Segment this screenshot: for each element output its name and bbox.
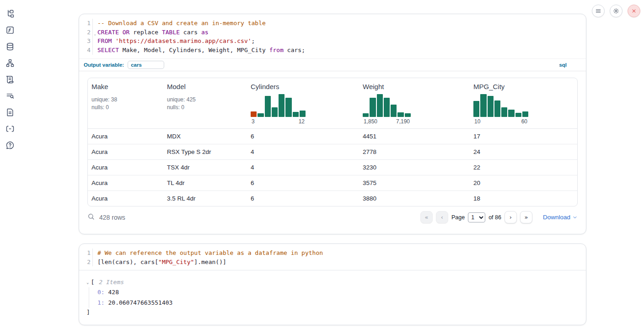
last-page-button[interactable]: » <box>520 211 532 223</box>
documentation-icon[interactable] <box>5 108 15 117</box>
table-row[interactable]: AcuraRSX Type S 2dr4277824 <box>88 144 577 159</box>
histogram-axis: 312 <box>251 118 306 125</box>
histogram-bar[interactable] <box>473 101 479 117</box>
histogram-bar[interactable] <box>279 94 284 117</box>
histogram-bar[interactable] <box>522 111 528 117</box>
histogram-bar[interactable] <box>494 100 500 117</box>
histogram-bar[interactable] <box>488 96 494 117</box>
file-explorer-icon[interactable] <box>5 9 15 18</box>
fold-chevron-icon[interactable]: ⌄ <box>94 30 96 39</box>
table-cell: 4 <box>247 144 359 159</box>
histogram-bar[interactable] <box>501 107 507 117</box>
histogram-bar[interactable] <box>397 112 403 117</box>
shutdown-close-button[interactable] <box>628 5 640 17</box>
histogram-bar[interactable] <box>285 98 291 117</box>
table-row[interactable]: AcuraTSX 4dr4323022 <box>88 159 577 175</box>
line-number: 4 <box>79 46 93 55</box>
column-header[interactable]: Makeunique: 38nulls: 0 <box>88 78 163 128</box>
page-total-label: of 86 <box>488 214 501 221</box>
table-cell: 6 <box>247 175 359 190</box>
pagination: « ‹ Page 1 of 86 › » Download <box>420 211 578 223</box>
table-cell: 3880 <box>359 191 470 206</box>
column-name: Model <box>167 83 243 90</box>
histogram-bar[interactable] <box>480 94 486 117</box>
column-header[interactable]: MPG_City1060 <box>470 78 577 128</box>
column-header[interactable]: Modelunique: 425nulls: 0 <box>163 78 247 128</box>
scratchpad-search-icon[interactable] <box>5 91 15 100</box>
collapse-arrow-icon[interactable]: ⌄ <box>86 280 89 285</box>
table-row[interactable]: Acura3.5 RL 4dr6388018 <box>88 190 577 206</box>
histogram-bar[interactable] <box>251 111 257 117</box>
histogram-bar[interactable] <box>515 113 521 117</box>
histogram-bar[interactable] <box>265 96 271 117</box>
histogram-bar[interactable] <box>363 113 369 117</box>
histogram-bar[interactable] <box>405 113 411 117</box>
output-variable-input[interactable] <box>128 61 164 69</box>
menu-button[interactable] <box>592 5 605 17</box>
table-cell: 24 <box>470 144 577 159</box>
help-icon[interactable] <box>5 141 15 150</box>
line-number: 3 <box>79 37 93 46</box>
table-row[interactable]: AcuraMDX6445117 <box>88 129 577 144</box>
first-page-button[interactable]: « <box>420 211 433 223</box>
output-variable-label: Output variable: <box>84 62 124 68</box>
snippets-icon[interactable] <box>5 124 15 133</box>
column-header[interactable]: Cylinders312 <box>247 78 359 128</box>
code-text: -- Download a CSV and create an in-memor… <box>93 19 266 28</box>
column-stats: unique: 38nulls: 0 <box>91 96 160 111</box>
page-label: Page <box>451 214 465 221</box>
code-text: [len(cars), cars["MPG_City"].mean()] <box>93 258 226 267</box>
histogram-bar[interactable] <box>384 98 390 117</box>
histogram-bar[interactable] <box>508 110 514 117</box>
code-line[interactable]: 2⌄CREATE OR replace TABLE cars as <box>79 28 586 37</box>
code-line[interactable]: 1-- Download a CSV and create an in-memo… <box>79 19 586 28</box>
column-stats: unique: 425nulls: 0 <box>167 96 243 111</box>
table-cell: 20 <box>470 175 577 190</box>
dependency-graph-icon[interactable] <box>5 58 15 68</box>
page-select[interactable]: 1 <box>468 212 485 222</box>
column-header[interactable]: Weight1,8507,190 <box>359 78 470 128</box>
column-name: Cylinders <box>251 83 355 90</box>
table-cell: 18 <box>470 191 577 206</box>
table-cell: 3230 <box>359 160 470 175</box>
histogram-bar[interactable] <box>370 98 376 117</box>
logs-icon[interactable] <box>5 75 15 84</box>
sql-cell: 1-- Download a CSV and create an in-memo… <box>79 14 586 234</box>
variables-icon[interactable] <box>5 26 15 35</box>
close-bracket: ] <box>86 309 577 316</box>
left-sidebar <box>0 0 20 333</box>
code-text: SELECT Make, Model, Cylinders, Weight, M… <box>93 46 305 55</box>
code-line[interactable]: 2[len(cars), cars["MPG_City"].mean()] <box>79 258 586 267</box>
datasources-icon[interactable] <box>5 42 15 51</box>
sql-code-editor[interactable]: 1-- Download a CSV and create an in-memo… <box>79 14 586 58</box>
table-row[interactable]: AcuraTL 4dr6357520 <box>88 175 577 190</box>
histogram-bar[interactable] <box>391 105 397 117</box>
table-footer: 428 rows « ‹ Page 1 of 86 › » Download <box>79 207 586 228</box>
line-number: 2 <box>79 258 93 267</box>
download-button[interactable]: Download <box>543 214 578 221</box>
search-icon[interactable] <box>87 213 95 222</box>
code-line[interactable]: 4SELECT Make, Model, Cylinders, Weight, … <box>79 46 586 55</box>
histogram-bar[interactable] <box>293 112 299 117</box>
histogram-bar[interactable] <box>300 111 306 117</box>
python-code-editor[interactable]: 1# We can reference the output variable … <box>79 244 586 270</box>
code-text: CREATE OR replace TABLE cars as <box>93 28 209 37</box>
line-number: 1 <box>79 19 93 28</box>
code-line[interactable]: 1# We can reference the output variable … <box>79 248 586 258</box>
code-line[interactable]: 3FROM 'https://datasets.marimo.app/cars.… <box>79 37 586 46</box>
next-page-button[interactable]: › <box>504 211 517 223</box>
language-badge: sql <box>559 62 567 68</box>
histogram-bar[interactable] <box>272 107 278 117</box>
table-body: AcuraMDX6445117AcuraRSX Type S 2dr427782… <box>88 129 577 206</box>
histogram-axis: 1,8507,190 <box>363 118 411 125</box>
histogram-bar[interactable] <box>258 113 263 117</box>
table-cell: 22 <box>470 160 577 175</box>
column-name: MPG_City <box>473 83 574 90</box>
python-output: ⌄ [ 2 Items 0: 4281: 20.060747663551403 … <box>79 270 586 320</box>
table-cell: TL 4dr <box>163 175 247 190</box>
table-cell: Acura <box>88 191 163 206</box>
settings-gear-button[interactable] <box>610 5 623 17</box>
histogram-bar[interactable] <box>377 94 383 117</box>
prev-page-button[interactable]: ‹ <box>436 211 448 223</box>
table-cell: Acura <box>88 129 163 144</box>
